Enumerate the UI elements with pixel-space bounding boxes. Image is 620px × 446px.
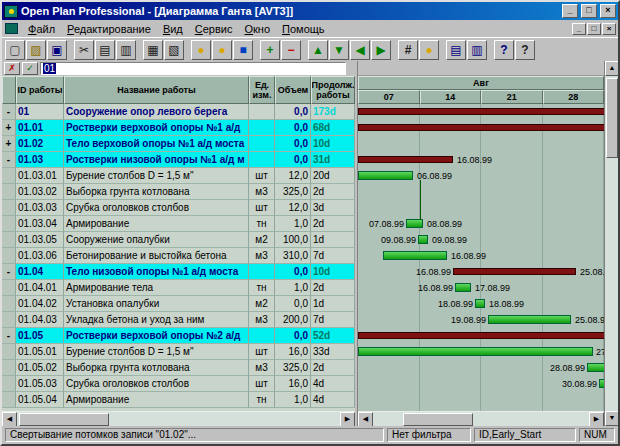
table-row[interactable]: -01.03Ростверки низовой опоры №1 а/д м0,… (2, 152, 355, 168)
task-bar[interactable] (383, 251, 447, 260)
table-hscroll-thumb[interactable] (19, 413, 109, 426)
table-row[interactable]: 01.05.01Бурение столбов D = 1,5 м"шт16,0… (2, 344, 355, 360)
close-button[interactable]: × (600, 4, 616, 18)
table-row[interactable]: 01.03.03Срубка оголовков столбовшт12,03d (2, 200, 355, 216)
edit-cancel-button[interactable]: ✗ (4, 62, 20, 75)
print-button[interactable]: ▦ (143, 40, 163, 60)
table-row[interactable]: 01.04.01Армирование телатн1,02d (2, 280, 355, 296)
task-bar[interactable] (488, 315, 571, 324)
table-row[interactable]: 01.03.05Сооружение опалубким2100,01d (2, 232, 355, 248)
open-file-button[interactable]: ▨ (26, 40, 46, 60)
edit-accept-button[interactable]: ✓ (22, 62, 38, 75)
header-unit[interactable]: Ед. изм. (249, 76, 275, 104)
resource-clock-button[interactable]: ● (212, 40, 232, 60)
task-bar[interactable] (418, 235, 428, 244)
expand-toggle[interactable]: + (2, 120, 16, 136)
table-row[interactable]: 01.03.06Бетонирование и выстойка бетонам… (2, 248, 355, 264)
cost-histogram-button[interactable]: ■ (233, 40, 253, 60)
maximize-button[interactable]: □ (581, 4, 597, 18)
scroll-down-button[interactable]: ▼ (605, 411, 618, 426)
move-up-button[interactable]: ▲ (308, 40, 328, 60)
copy-button[interactable]: ▤ (95, 40, 115, 60)
menu-file[interactable]: Файл (22, 22, 61, 36)
vscroll-thumb[interactable] (606, 78, 618, 158)
table-row[interactable]: +01.02Тело верховой опоры №1 а/д моста0,… (2, 136, 355, 152)
new-document-button[interactable]: ▢ (5, 40, 25, 60)
app-icon[interactable] (4, 5, 18, 18)
child-minimize-button[interactable]: _ (572, 23, 586, 35)
child-window-icon[interactable] (5, 23, 18, 34)
menu-edit[interactable]: Редактирование (61, 22, 157, 36)
menu-tools[interactable]: Сервис (189, 22, 239, 36)
scroll-left-button[interactable]: ◀ (2, 412, 17, 426)
menu-window[interactable]: Окно (238, 22, 276, 36)
cell-duration: 10d (311, 264, 355, 280)
expand-toggle[interactable]: - (2, 328, 16, 344)
cell-activity-id: 01.01 (16, 120, 64, 136)
edit-field[interactable]: 01 (40, 62, 346, 75)
table-hscroll-track[interactable] (17, 412, 340, 426)
calculator-button[interactable]: # (398, 40, 418, 60)
header-duration[interactable]: Продолж. работы (311, 76, 355, 104)
table-row[interactable]: 01.05.03Срубка оголовков столбовшт16,04d (2, 376, 355, 392)
scroll-up-button[interactable]: ▲ (605, 61, 618, 76)
add-activity-button[interactable]: + (260, 40, 280, 60)
expand-toggle[interactable]: - (2, 264, 16, 280)
header-id[interactable]: ID работы (16, 76, 64, 104)
save-button[interactable]: ▣ (47, 40, 67, 60)
table-row[interactable]: -01.04Тело низовой опоры №1 а/д моста0,0… (2, 264, 355, 280)
table-row[interactable]: 01.03.04Армированиетн1,02d (2, 216, 355, 232)
child-restore-button[interactable]: □ (587, 23, 601, 35)
clock-button[interactable]: ● (419, 40, 439, 60)
print-preview-button[interactable]: ▧ (164, 40, 184, 60)
task-bar[interactable] (475, 299, 485, 308)
summary-bar[interactable] (358, 332, 604, 339)
table-row[interactable]: 01.05.04Армированиетн1,04d (2, 392, 355, 408)
gantt-hscroll-thumb[interactable] (403, 413, 473, 426)
gantt-hscroll-track[interactable] (373, 412, 589, 426)
vscroll-track[interactable] (605, 76, 618, 411)
expand-toggle[interactable]: - (2, 104, 16, 120)
summary-bar[interactable] (453, 268, 576, 275)
task-bar[interactable] (358, 171, 413, 180)
date-label: 16.08.99 (451, 251, 486, 261)
expand-toggle[interactable]: + (2, 136, 16, 152)
help-button[interactable]: ? (494, 40, 514, 60)
scroll-left-button[interactable]: ◀ (358, 412, 373, 426)
task-bar[interactable] (406, 219, 423, 228)
view-gantt-button[interactable]: ▥ (467, 40, 487, 60)
view-table-button[interactable]: ▤ (446, 40, 466, 60)
header-volume[interactable]: Объем (275, 76, 311, 104)
expand-toggle[interactable]: - (2, 152, 16, 168)
time-analysis-clock-button[interactable]: ● (191, 40, 211, 60)
cut-button[interactable]: ✂ (74, 40, 94, 60)
move-down-button[interactable]: ▼ (329, 40, 349, 60)
table-row[interactable]: 01.04.02Установка опалубким20,01d (2, 296, 355, 312)
table-row[interactable]: -01.05Ростверки верховой опоры №2 а/д0,0… (2, 328, 355, 344)
table-row[interactable]: 01.03.02Выборка грунта котлованам3325,02… (2, 184, 355, 200)
paste-button[interactable]: ▥ (116, 40, 136, 60)
table-row[interactable]: 01.05.02Выборка грунта котлованам3325,02… (2, 360, 355, 376)
scroll-right-button[interactable]: ▶ (589, 412, 604, 426)
delete-activity-button[interactable]: − (281, 40, 301, 60)
table-row[interactable]: 01.03.01Бурение столбов D = 1,5 м"шт12,0… (2, 168, 355, 184)
table-row[interactable]: +01.01Ростверки верховой опоры №1 а/д0,0… (2, 120, 355, 136)
menu-view[interactable]: Вид (157, 22, 189, 36)
outdent-button[interactable]: ◀ (350, 40, 370, 60)
context-help-button[interactable]: ? (515, 40, 535, 60)
minimize-button[interactable]: _ (562, 4, 578, 18)
task-bar[interactable] (358, 347, 593, 356)
task-bar[interactable] (455, 283, 471, 292)
indent-button[interactable]: ▶ (371, 40, 391, 60)
task-bar[interactable] (587, 363, 604, 372)
header-name[interactable]: Название работы (64, 76, 249, 104)
summary-bar[interactable] (358, 124, 604, 131)
scroll-right-button[interactable]: ▶ (340, 412, 355, 426)
task-bar[interactable] (599, 379, 604, 388)
summary-bar[interactable] (358, 108, 604, 115)
menu-help[interactable]: Помощь (276, 22, 331, 36)
summary-bar[interactable] (358, 156, 453, 163)
child-close-button[interactable]: × (602, 23, 616, 35)
table-row[interactable]: -01Сооружение опор левого берега0,0173d (2, 104, 355, 120)
table-row[interactable]: 01.04.03Укладка бетона и уход за нимм320… (2, 312, 355, 328)
